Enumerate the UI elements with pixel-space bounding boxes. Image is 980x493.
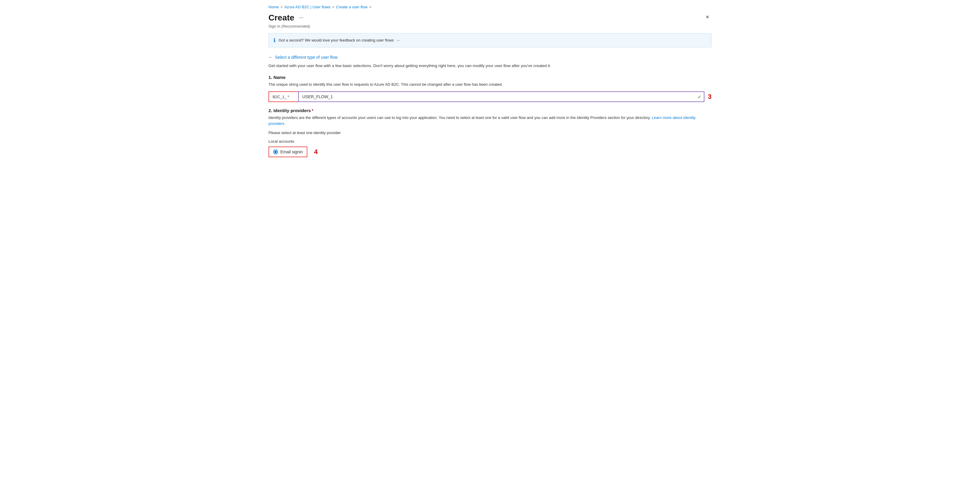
- email-signin-label: Email signin: [280, 149, 302, 154]
- close-button[interactable]: ×: [703, 13, 711, 21]
- identity-section: 2. Identity providers* Identity provider…: [269, 108, 711, 157]
- breadcrumb-sep3: >: [369, 5, 371, 9]
- back-link-label: Select a different type of user flow: [275, 55, 338, 60]
- name-input-row: B2C_1_ * ✓ 3: [269, 91, 711, 102]
- local-accounts-label: Local accounts: [269, 139, 711, 144]
- back-link[interactable]: ← Select a different type of user flow: [269, 55, 338, 60]
- name-section: 1. Name The unique string used to identi…: [269, 75, 711, 102]
- intro-text: Get started with your user flow with a f…: [269, 63, 711, 69]
- name-section-desc: The unique string used to identify this …: [269, 82, 711, 87]
- email-signin-radio-box[interactable]: Email signin: [269, 147, 307, 157]
- radio-circle-inner: [274, 151, 277, 153]
- prefix-box: B2C_1_ *: [269, 91, 298, 102]
- breadcrumb-sep2: >: [332, 5, 334, 9]
- page-subtitle: Sign in (Recommended): [269, 24, 711, 29]
- required-star: *: [312, 108, 313, 113]
- info-icon: ℹ: [274, 37, 275, 44]
- breadcrumb: Home > Azure AD B2C | User flows > Creat…: [269, 5, 711, 9]
- prefix-label: B2C_1_ *: [273, 95, 289, 99]
- header-row: Create ··· ×: [269, 13, 711, 23]
- name-input[interactable]: [298, 91, 705, 102]
- name-section-title: 1. Name: [269, 75, 711, 80]
- page-wrapper: Home > Azure AD B2C | User flows > Creat…: [261, 0, 719, 174]
- identity-section-desc: Identity providers are the different typ…: [269, 115, 711, 126]
- breadcrumb-create[interactable]: Create a user flow: [336, 5, 368, 9]
- identity-section-title: 2. Identity providers*: [269, 108, 711, 113]
- page-title: Create: [269, 13, 294, 23]
- ellipsis-button[interactable]: ···: [297, 14, 305, 21]
- header-title-group: Create ···: [269, 13, 305, 23]
- breadcrumb-azure-ad[interactable]: Azure AD B2C | User flows: [285, 5, 331, 9]
- breadcrumb-sep1: >: [281, 5, 283, 9]
- annotation-3: 3: [708, 93, 711, 101]
- name-input-wrapper: ✓: [298, 91, 705, 102]
- checkmark-icon: ✓: [698, 94, 702, 100]
- breadcrumb-home[interactable]: Home: [269, 5, 279, 9]
- info-banner: ℹ Got a second? We would love your feedb…: [269, 33, 711, 48]
- back-arrow-icon: ←: [269, 55, 273, 60]
- email-signin-option-row: Email signin 4: [269, 147, 711, 157]
- banner-text: Got a second? We would love your feedbac…: [278, 38, 400, 43]
- annotation-4: 4: [314, 148, 317, 156]
- email-signin-radio-circle: [273, 149, 278, 154]
- please-select-text: Please select at least one identity prov…: [269, 130, 711, 135]
